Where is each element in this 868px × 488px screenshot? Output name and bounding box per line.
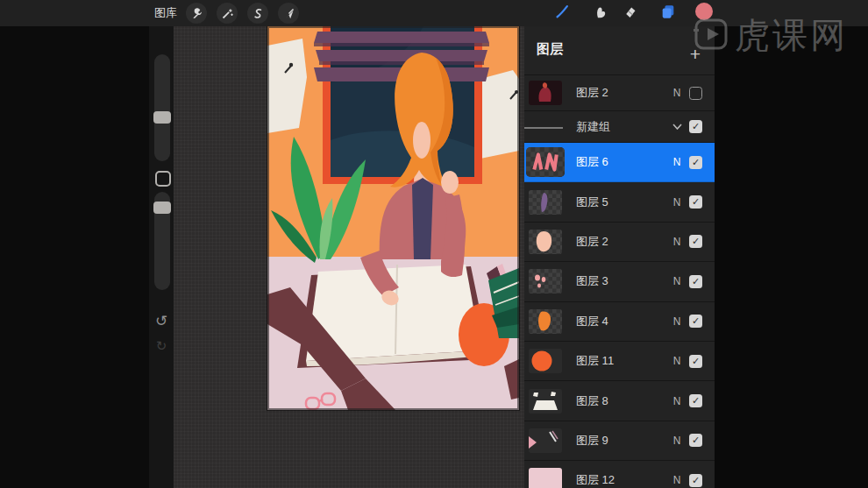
- group-collapse-chevron-icon[interactable]: [668, 124, 686, 130]
- layer-visibility-checkbox[interactable]: ✓: [689, 355, 702, 368]
- layers-icon: [660, 4, 676, 23]
- brush-size-slider[interactable]: [154, 54, 170, 161]
- layer-visibility-checkbox[interactable]: ✓: [689, 394, 702, 407]
- modify-button[interactable]: [155, 171, 171, 187]
- layer-thumbnail[interactable]: [529, 389, 562, 414]
- left-black-area: [0, 26, 149, 488]
- right-black-area: [715, 26, 868, 488]
- brush-icon: [554, 4, 570, 23]
- wrench-icon: [190, 7, 203, 20]
- layer-name: 图层 4: [576, 314, 668, 329]
- blend-mode-badge[interactable]: N: [668, 355, 686, 367]
- sidebar: ↺ ↻: [149, 26, 174, 488]
- eraser-tool-button[interactable]: [618, 3, 641, 24]
- layer-thumbnail[interactable]: [529, 349, 562, 373]
- layer-thumbnail[interactable]: [529, 269, 562, 294]
- layers-list: 图层 2N新建组✓图层 6N✓图层 5N✓图层 2N✓图层 3N✓图层 4N✓图…: [524, 75, 715, 488]
- layer-visibility-checkbox[interactable]: ✓: [689, 195, 702, 209]
- layer-name: 图层 12: [576, 472, 668, 488]
- layer-thumbnail[interactable]: [526, 147, 565, 177]
- layer-visibility-checkbox[interactable]: ✓: [689, 434, 702, 447]
- blend-mode-badge[interactable]: N: [668, 435, 686, 447]
- layer-name: 图层 3: [576, 273, 668, 289]
- layer-visibility-checkbox[interactable]: ✓: [689, 474, 702, 487]
- layer-row[interactable]: 图层 4N✓: [524, 302, 715, 342]
- magic-wand-icon: [221, 7, 234, 20]
- layer-visibility-checkbox[interactable]: ✓: [689, 275, 702, 288]
- procreate-window: ↺ ↻: [0, 0, 868, 488]
- layer-name: 图层 5: [576, 194, 668, 210]
- layer-row[interactable]: 图层 3N✓: [524, 262, 715, 301]
- gallery-button[interactable]: 图库: [154, 0, 177, 26]
- blend-mode-badge[interactable]: N: [668, 395, 686, 407]
- selection-s-icon: [252, 7, 265, 20]
- color-swatch-button[interactable]: [693, 3, 715, 24]
- layer-name: 图层 9: [576, 433, 668, 449]
- layer-visibility-checkbox[interactable]: ✓: [689, 235, 702, 248]
- color-swatch: [694, 2, 714, 25]
- layer-row[interactable]: 图层 8N✓: [524, 381, 715, 421]
- layer-thumbnail[interactable]: [529, 230, 562, 254]
- layer-thumbnail[interactable]: [529, 190, 562, 215]
- layer-row[interactable]: 图层 9N✓: [524, 421, 715, 461]
- smudge-tool-button[interactable]: [588, 3, 611, 24]
- blend-mode-badge[interactable]: N: [668, 315, 686, 328]
- layer-row[interactable]: 图层 11N✓: [524, 342, 715, 381]
- layer-row[interactable]: 图层 12N✓: [524, 461, 715, 488]
- redo-icon[interactable]: ↻: [149, 338, 174, 354]
- smudge-finger-icon: [593, 4, 608, 23]
- layer-row[interactable]: 图层 2N✓: [524, 223, 715, 262]
- blend-mode-badge[interactable]: N: [668, 275, 686, 287]
- blend-mode-badge[interactable]: N: [668, 196, 686, 209]
- layer-name: 图层 11: [576, 353, 668, 369]
- layer-row[interactable]: 图层 6N✓: [524, 143, 715, 182]
- eraser-icon: [623, 4, 637, 23]
- layers-panel-header: 图层 +: [524, 26, 715, 75]
- layer-visibility-checkbox[interactable]: ✓: [689, 120, 702, 133]
- undo-icon[interactable]: ↺: [149, 312, 174, 330]
- group-stack-line: [524, 127, 563, 129]
- layer-thumbnail[interactable]: [529, 468, 562, 488]
- top-toolbar: 图库: [0, 0, 868, 26]
- layer-name: 图层 6: [576, 154, 668, 170]
- layer-thumbnail[interactable]: [529, 309, 562, 334]
- layer-thumbnail[interactable]: [529, 428, 562, 453]
- add-layer-button[interactable]: +: [690, 46, 701, 63]
- actions-button[interactable]: [186, 3, 207, 24]
- layer-row[interactable]: 图层 5N✓: [524, 182, 715, 222]
- brush-tool-button[interactable]: [551, 3, 573, 24]
- blend-mode-badge[interactable]: N: [668, 87, 686, 99]
- blend-mode-badge[interactable]: N: [668, 236, 686, 248]
- layer-visibility-checkbox[interactable]: [689, 87, 702, 100]
- blend-mode-badge[interactable]: N: [668, 474, 686, 486]
- layer-name: 图层 2: [576, 85, 668, 101]
- layer-visibility-checkbox[interactable]: ✓: [689, 315, 702, 328]
- transform-arrow-icon: [282, 7, 295, 20]
- selection-button[interactable]: [247, 3, 268, 24]
- layer-name: 图层 8: [576, 393, 668, 409]
- layer-thumbnail[interactable]: [529, 81, 562, 105]
- canvas-artwork[interactable]: [267, 26, 519, 410]
- layer-row[interactable]: 图层 2N: [524, 75, 715, 111]
- layer-group-row[interactable]: 新建组✓: [524, 111, 715, 143]
- layer-visibility-checkbox[interactable]: ✓: [689, 156, 702, 169]
- layer-name: 新建组: [576, 119, 668, 135]
- adjustments-button[interactable]: [217, 3, 238, 24]
- blend-mode-badge[interactable]: N: [668, 156, 686, 168]
- layers-panel-title: 图层: [537, 41, 563, 58]
- brush-size-slider-handle[interactable]: [153, 111, 171, 124]
- layers-panel-button[interactable]: [657, 3, 679, 24]
- layer-name: 图层 2: [576, 234, 668, 250]
- layers-panel: 图层 + 图层 2N新建组✓图层 6N✓图层 5N✓图层 2N✓图层 3N✓图层…: [524, 26, 715, 488]
- brush-opacity-slider-handle[interactable]: [153, 202, 171, 214]
- transform-button[interactable]: [278, 3, 299, 24]
